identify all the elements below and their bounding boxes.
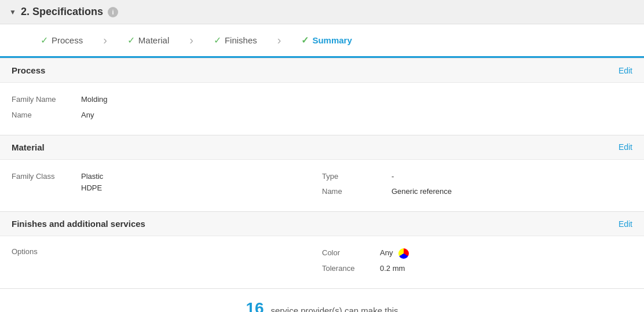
tab-summary-label: Summary xyxy=(312,35,352,45)
process-name-row: Name Any xyxy=(12,108,632,123)
color-value: Any xyxy=(380,245,409,261)
tolerance-label: Tolerance xyxy=(322,261,380,277)
process-section-body: Family Name Molding Name Any xyxy=(0,83,644,135)
material-name-label: Name xyxy=(322,184,391,200)
separator-2: › xyxy=(186,34,196,47)
provider-count: 16 xyxy=(246,299,264,312)
family-class-label: Family Class xyxy=(12,169,81,197)
process-fields: Family Name Molding Name Any xyxy=(12,92,632,123)
tab-material-label: Material xyxy=(138,35,169,45)
finishes-section: Finishes and additional services Edit Op… xyxy=(0,211,644,288)
family-class-value1: Plastic xyxy=(81,171,103,183)
finishes-left: Options xyxy=(12,245,322,277)
tolerance-value: 0.2 mm xyxy=(380,261,405,277)
process-name-value: Any xyxy=(81,108,94,123)
options-row: Options xyxy=(12,245,322,258)
material-section-title: Material xyxy=(12,142,45,152)
separator-1: › xyxy=(100,34,110,47)
material-name-value: Generic reference xyxy=(391,184,452,200)
color-value-text: Any xyxy=(380,247,393,259)
tolerance-row: Tolerance 0.2 mm xyxy=(322,261,632,277)
color-row: Color Any xyxy=(322,245,632,261)
family-class-value: Plastic HDPE xyxy=(81,169,103,197)
collapse-icon[interactable]: ▼ xyxy=(9,8,16,16)
tab-summary[interactable]: ✓ Summary xyxy=(284,24,369,56)
material-section: Material Edit Family Class Plastic HDPE xyxy=(0,135,644,212)
material-section-body: Family Class Plastic HDPE Type - Name xyxy=(0,160,644,212)
footer-bar: 16 service provider(s) can make this xyxy=(0,288,644,312)
process-section: Process Edit Family Name Molding Name An… xyxy=(0,58,644,135)
material-right-col: Type - Name Generic reference xyxy=(322,169,632,200)
process-section-header: Process Edit xyxy=(0,58,644,83)
check-icon-summary: ✓ xyxy=(301,35,309,46)
check-icon-process: ✓ xyxy=(41,35,48,46)
material-name-row: Name Generic reference xyxy=(322,184,632,200)
family-class-value2: HDPE xyxy=(81,182,103,194)
type-label: Type xyxy=(322,169,391,185)
tab-material[interactable]: ✓ Material xyxy=(110,24,186,56)
family-name-row: Family Name Molding xyxy=(12,92,632,108)
tab-process[interactable]: ✓ Process xyxy=(23,24,100,56)
finishes-section-title: Finishes and additional services xyxy=(12,219,145,229)
material-fields: Family Class Plastic HDPE Type - Name xyxy=(12,169,632,200)
options-label: Options xyxy=(12,245,81,258)
type-value: - xyxy=(391,169,394,185)
tab-finishes[interactable]: ✓ Finishes xyxy=(196,24,275,56)
header-bar: ▼ 2. Specifications i xyxy=(0,0,644,24)
material-section-header: Material Edit xyxy=(0,135,644,160)
finishes-fields: Options Color Any Tolerance 0.2 mm xyxy=(12,245,632,277)
page-title: 2. Specifications xyxy=(21,6,103,18)
material-left-col: Family Class Plastic HDPE xyxy=(12,169,322,200)
finishes-right: Color Any Tolerance 0.2 mm xyxy=(322,245,632,277)
check-icon-finishes: ✓ xyxy=(214,35,221,46)
finishes-edit-button[interactable]: Edit xyxy=(619,219,632,229)
tabs-bar: ✓ Process › ✓ Material › ✓ Finishes › ✓ … xyxy=(0,24,644,58)
check-icon-material: ✓ xyxy=(127,35,135,46)
process-section-title: Process xyxy=(12,65,45,75)
tab-finishes-label: Finishes xyxy=(225,35,257,45)
process-name-label: Name xyxy=(12,108,81,123)
color-label: Color xyxy=(322,245,380,261)
type-row: Type - xyxy=(322,169,632,185)
tab-process-label: Process xyxy=(52,35,83,45)
color-ball-icon xyxy=(398,248,409,259)
family-name-value: Molding xyxy=(81,92,108,108)
separator-3: › xyxy=(275,34,284,47)
info-icon[interactable]: i xyxy=(108,7,118,17)
finishes-section-body: Options Color Any Tolerance 0.2 mm xyxy=(0,236,644,288)
family-name-label: Family Name xyxy=(12,92,81,108)
main-content: Process Edit Family Name Molding Name An… xyxy=(0,58,644,288)
process-edit-button[interactable]: Edit xyxy=(619,66,632,75)
family-class-row: Family Class Plastic HDPE xyxy=(12,169,322,197)
finishes-section-header: Finishes and additional services Edit xyxy=(0,212,644,236)
material-edit-button[interactable]: Edit xyxy=(619,142,632,152)
footer-text: service provider(s) can make this xyxy=(270,306,398,312)
